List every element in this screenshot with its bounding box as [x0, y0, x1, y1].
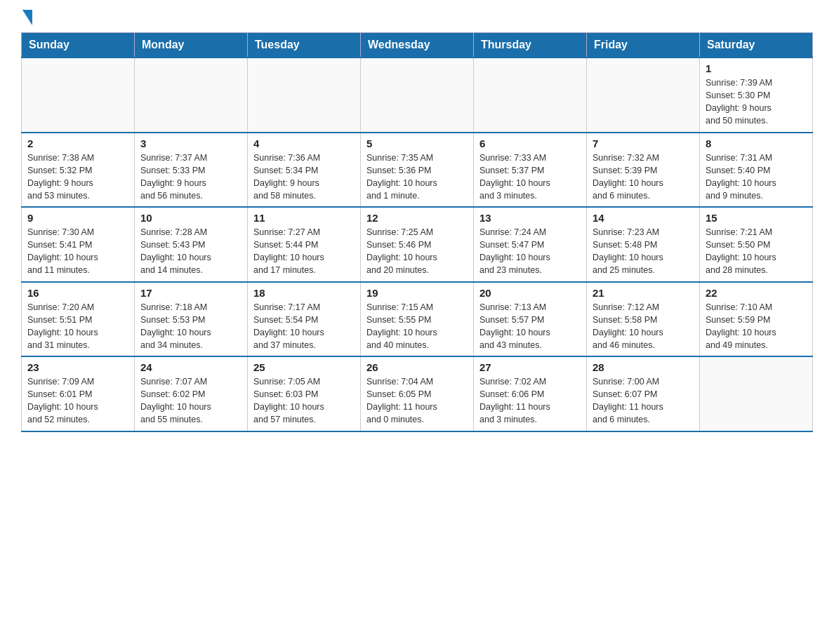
calendar-cell: 8Sunrise: 7:31 AM Sunset: 5:40 PM Daylig… — [700, 133, 813, 208]
day-info: Sunrise: 7:07 AM Sunset: 6:02 PM Dayligh… — [140, 375, 241, 427]
calendar-cell: 20Sunrise: 7:13 AM Sunset: 5:57 PM Dayli… — [474, 282, 587, 357]
calendar-cell: 3Sunrise: 7:37 AM Sunset: 5:33 PM Daylig… — [135, 133, 248, 208]
day-number: 22 — [706, 287, 807, 299]
calendar-cell: 25Sunrise: 7:05 AM Sunset: 6:03 PM Dayli… — [248, 356, 361, 431]
day-info: Sunrise: 7:21 AM Sunset: 5:50 PM Dayligh… — [706, 226, 807, 277]
day-number: 11 — [253, 212, 355, 224]
calendar-cell: 26Sunrise: 7:04 AM Sunset: 6:05 PM Dayli… — [361, 356, 474, 431]
day-info: Sunrise: 7:36 AM Sunset: 5:34 PM Dayligh… — [253, 152, 355, 203]
calendar-table: SundayMondayTuesdayWednesdayThursdayFrid… — [21, 32, 813, 432]
day-number: 28 — [593, 361, 694, 373]
day-info: Sunrise: 7:32 AM Sunset: 5:39 PM Dayligh… — [593, 152, 694, 203]
day-number: 7 — [593, 137, 694, 149]
calendar-cell — [587, 58, 700, 133]
day-info: Sunrise: 7:38 AM Sunset: 5:32 PM Dayligh… — [27, 152, 128, 203]
day-number: 1 — [706, 62, 807, 74]
day-info: Sunrise: 7:18 AM Sunset: 5:53 PM Dayligh… — [140, 301, 241, 352]
day-info: Sunrise: 7:23 AM Sunset: 5:48 PM Dayligh… — [593, 226, 694, 277]
page-header — [21, 14, 813, 25]
day-info: Sunrise: 7:13 AM Sunset: 5:57 PM Dayligh… — [479, 301, 581, 352]
calendar-cell: 13Sunrise: 7:24 AM Sunset: 5:47 PM Dayli… — [474, 207, 587, 282]
calendar-week-5: 23Sunrise: 7:09 AM Sunset: 6:01 PM Dayli… — [22, 356, 813, 431]
calendar-cell: 15Sunrise: 7:21 AM Sunset: 5:50 PM Dayli… — [700, 207, 813, 282]
day-info: Sunrise: 7:31 AM Sunset: 5:40 PM Dayligh… — [706, 152, 807, 203]
calendar-week-3: 9Sunrise: 7:30 AM Sunset: 5:41 PM Daylig… — [22, 207, 813, 282]
calendar-cell — [248, 58, 361, 133]
calendar-cell: 18Sunrise: 7:17 AM Sunset: 5:54 PM Dayli… — [248, 282, 361, 357]
calendar-week-2: 2Sunrise: 7:38 AM Sunset: 5:32 PM Daylig… — [22, 133, 813, 208]
calendar-cell: 1Sunrise: 7:39 AM Sunset: 5:30 PM Daylig… — [700, 58, 813, 133]
day-number: 14 — [593, 212, 694, 224]
calendar-cell — [135, 58, 248, 133]
calendar-cell: 5Sunrise: 7:35 AM Sunset: 5:36 PM Daylig… — [361, 133, 474, 208]
weekday-header-tuesday: Tuesday — [248, 33, 361, 58]
day-number: 23 — [27, 361, 128, 373]
day-number: 16 — [27, 287, 128, 299]
day-number: 5 — [366, 137, 468, 149]
day-info: Sunrise: 7:00 AM Sunset: 6:07 PM Dayligh… — [593, 375, 694, 427]
day-number: 10 — [140, 212, 241, 224]
weekday-header-row: SundayMondayTuesdayWednesdayThursdayFrid… — [22, 33, 813, 58]
calendar-cell: 17Sunrise: 7:18 AM Sunset: 5:53 PM Dayli… — [135, 282, 248, 357]
calendar-cell: 10Sunrise: 7:28 AM Sunset: 5:43 PM Dayli… — [135, 207, 248, 282]
day-info: Sunrise: 7:09 AM Sunset: 6:01 PM Dayligh… — [27, 375, 128, 427]
calendar-cell: 9Sunrise: 7:30 AM Sunset: 5:41 PM Daylig… — [22, 207, 135, 282]
weekday-header-thursday: Thursday — [474, 33, 587, 58]
calendar-cell: 4Sunrise: 7:36 AM Sunset: 5:34 PM Daylig… — [248, 133, 361, 208]
day-info: Sunrise: 7:25 AM Sunset: 5:46 PM Dayligh… — [366, 226, 468, 277]
day-number: 26 — [366, 361, 468, 373]
day-number: 20 — [479, 287, 581, 299]
day-info: Sunrise: 7:17 AM Sunset: 5:54 PM Dayligh… — [253, 301, 355, 352]
day-info: Sunrise: 7:33 AM Sunset: 5:37 PM Dayligh… — [479, 152, 581, 203]
calendar-cell: 23Sunrise: 7:09 AM Sunset: 6:01 PM Dayli… — [22, 356, 135, 431]
calendar-cell: 21Sunrise: 7:12 AM Sunset: 5:58 PM Dayli… — [587, 282, 700, 357]
day-info: Sunrise: 7:12 AM Sunset: 5:58 PM Dayligh… — [593, 301, 694, 352]
day-number: 27 — [479, 361, 581, 373]
calendar-cell: 6Sunrise: 7:33 AM Sunset: 5:37 PM Daylig… — [474, 133, 587, 208]
calendar-cell — [700, 356, 813, 431]
day-info: Sunrise: 7:37 AM Sunset: 5:33 PM Dayligh… — [140, 152, 241, 203]
day-info: Sunrise: 7:28 AM Sunset: 5:43 PM Dayligh… — [140, 226, 241, 277]
calendar-cell: 24Sunrise: 7:07 AM Sunset: 6:02 PM Dayli… — [135, 356, 248, 431]
day-number: 3 — [140, 137, 241, 149]
calendar-cell: 19Sunrise: 7:15 AM Sunset: 5:55 PM Dayli… — [361, 282, 474, 357]
calendar-cell: 2Sunrise: 7:38 AM Sunset: 5:32 PM Daylig… — [22, 133, 135, 208]
day-number: 12 — [366, 212, 468, 224]
day-info: Sunrise: 7:02 AM Sunset: 6:06 PM Dayligh… — [479, 375, 581, 427]
weekday-header-saturday: Saturday — [700, 33, 813, 58]
calendar-cell — [361, 58, 474, 133]
day-number: 17 — [140, 287, 241, 299]
day-number: 25 — [253, 361, 355, 373]
day-info: Sunrise: 7:15 AM Sunset: 5:55 PM Dayligh… — [366, 301, 468, 352]
calendar-cell: 28Sunrise: 7:00 AM Sunset: 6:07 PM Dayli… — [587, 356, 700, 431]
day-info: Sunrise: 7:24 AM Sunset: 5:47 PM Dayligh… — [479, 226, 581, 277]
calendar-cell: 22Sunrise: 7:10 AM Sunset: 5:59 PM Dayli… — [700, 282, 813, 357]
day-number: 9 — [27, 212, 128, 224]
day-number: 18 — [253, 287, 355, 299]
day-info: Sunrise: 7:10 AM Sunset: 5:59 PM Dayligh… — [706, 301, 807, 352]
day-number: 8 — [706, 137, 807, 149]
day-info: Sunrise: 7:30 AM Sunset: 5:41 PM Dayligh… — [27, 226, 128, 277]
day-number: 6 — [479, 137, 581, 149]
calendar-week-1: 1Sunrise: 7:39 AM Sunset: 5:30 PM Daylig… — [22, 58, 813, 133]
calendar-cell — [22, 58, 135, 133]
calendar-cell: 16Sunrise: 7:20 AM Sunset: 5:51 PM Dayli… — [22, 282, 135, 357]
day-info: Sunrise: 7:20 AM Sunset: 5:51 PM Dayligh… — [27, 301, 128, 352]
day-number: 4 — [253, 137, 355, 149]
calendar-week-4: 16Sunrise: 7:20 AM Sunset: 5:51 PM Dayli… — [22, 282, 813, 357]
logo — [21, 14, 32, 25]
weekday-header-sunday: Sunday — [22, 33, 135, 58]
calendar-cell: 14Sunrise: 7:23 AM Sunset: 5:48 PM Dayli… — [587, 207, 700, 282]
calendar-cell — [474, 58, 587, 133]
weekday-header-monday: Monday — [135, 33, 248, 58]
logo-arrow-icon — [22, 10, 32, 25]
calendar-cell: 7Sunrise: 7:32 AM Sunset: 5:39 PM Daylig… — [587, 133, 700, 208]
weekday-header-wednesday: Wednesday — [361, 33, 474, 58]
weekday-header-friday: Friday — [587, 33, 700, 58]
day-info: Sunrise: 7:05 AM Sunset: 6:03 PM Dayligh… — [253, 375, 355, 427]
day-info: Sunrise: 7:39 AM Sunset: 5:30 PM Dayligh… — [706, 76, 807, 128]
day-number: 21 — [593, 287, 694, 299]
day-info: Sunrise: 7:35 AM Sunset: 5:36 PM Dayligh… — [366, 152, 468, 203]
day-number: 24 — [140, 361, 241, 373]
calendar-cell: 11Sunrise: 7:27 AM Sunset: 5:44 PM Dayli… — [248, 207, 361, 282]
